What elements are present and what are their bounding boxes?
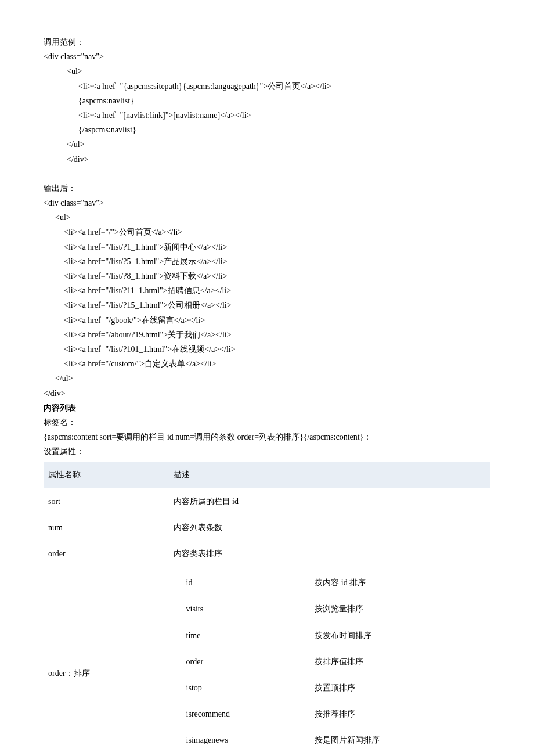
code-line: <li><a href="/">公司首页</a></li> xyxy=(44,225,490,239)
order-key: order xyxy=(169,649,298,675)
order-label: order：排序 xyxy=(44,567,169,756)
code-line: <li><a href="/list/?8_1.html">资料下载</a></… xyxy=(44,269,490,283)
order-sub-table: id 按内容 id 排序 visits 按浏览量排序 time 按发布时间排序 … xyxy=(169,570,490,756)
code-line: <li><a href="/gbook/">在线留言</a></li> xyxy=(44,313,490,327)
code-line: <li><a href="[navlist:link]">[navlist:na… xyxy=(44,108,490,123)
code-line: </div> xyxy=(44,386,490,401)
tag-label: 标签名： xyxy=(44,415,490,430)
code-line: <li><a href="/about/?19.html">关于我们</a></… xyxy=(44,327,490,342)
header-col2: 描述 xyxy=(169,462,490,488)
attributes-table: 属性名称 描述 sort 内容所属的栏目 id num 内容列表条数 order… xyxy=(44,462,490,756)
order-key: time xyxy=(169,622,298,649)
order-values-cell: id 按内容 id 排序 visits 按浏览量排序 time 按发布时间排序 … xyxy=(169,567,490,756)
order-desc: 按特别推荐排序 xyxy=(297,754,490,757)
sub-row: isfeatured 按特别推荐排序 xyxy=(169,754,490,757)
order-key: isfeatured xyxy=(169,754,298,757)
code-line: <div class="nav"> xyxy=(44,196,490,210)
code-line: <ul> xyxy=(44,210,490,225)
example-title: 调用范例： xyxy=(44,35,490,49)
order-desc: 按浏览量排序 xyxy=(297,596,490,622)
sub-row: order 按排序值排序 xyxy=(169,649,490,675)
order-desc: 按排序值排序 xyxy=(297,649,490,675)
attr-name: sort xyxy=(44,488,169,514)
code-line: <li><a href="/list/?5_1.html">产品展示</a></… xyxy=(44,254,490,269)
attr-desc: 内容所属的栏目 id xyxy=(169,488,490,514)
sub-row: id 按内容 id 排序 xyxy=(169,570,490,596)
order-key: visits xyxy=(169,596,298,622)
header-col1: 属性名称 xyxy=(44,462,169,488)
attr-desc: 内容类表排序 xyxy=(169,541,490,567)
attr-name: order xyxy=(44,541,169,567)
code-line: <div class="nav"> xyxy=(44,49,490,64)
table-row: order 内容类表排序 xyxy=(44,541,490,567)
code-line: {aspcms:navlist} xyxy=(44,93,490,108)
table-row: sort 内容所属的栏目 id xyxy=(44,488,490,514)
code-line: <ul> xyxy=(44,64,490,78)
tag-content: {aspcms:content sort=要调用的栏目 id num=调用的条数… xyxy=(44,430,490,444)
order-desc: 按内容 id 排序 xyxy=(297,570,490,596)
code-line: </ul> xyxy=(44,137,490,152)
attr-label: 设置属性： xyxy=(44,444,490,459)
sub-row: visits 按浏览量排序 xyxy=(169,596,490,622)
order-key: istop xyxy=(169,675,298,701)
code-line: </div> xyxy=(44,152,490,167)
table-row: num 内容列表条数 xyxy=(44,514,490,541)
order-desc: 按推荐排序 xyxy=(297,701,490,727)
code-line: <li><a href="/list/?15_1.html">公司相册</a><… xyxy=(44,298,490,312)
table-header-row: 属性名称 描述 xyxy=(44,462,490,488)
section-heading: 内容列表 xyxy=(44,401,490,415)
code-line: </ul> xyxy=(44,371,490,386)
sub-row: time 按发布时间排序 xyxy=(169,622,490,649)
code-line: <li><a href="/list/?101_1.html">在线视频</a>… xyxy=(44,342,490,357)
attr-desc: 内容列表条数 xyxy=(169,514,490,541)
content-list-section: 内容列表 标签名： {aspcms:content sort=要调用的栏目 id… xyxy=(44,401,490,459)
order-key: isrecommend xyxy=(169,701,298,727)
order-desc: 按是图片新闻排序 xyxy=(297,727,490,753)
attr-name: num xyxy=(44,514,169,541)
code-line: {/aspcms:navlist} xyxy=(44,123,490,137)
code-line: <li><a href="/list/?1_1.html">新闻中心</a></… xyxy=(44,240,490,254)
table-row-order: order：排序 id 按内容 id 排序 visits 按浏览量排序 time… xyxy=(44,567,490,756)
sub-row: isimagenews 按是图片新闻排序 xyxy=(169,727,490,753)
code-line: <li><a href="{aspcms:sitepath}{aspcms:la… xyxy=(44,79,490,93)
order-key: id xyxy=(169,570,298,596)
output-title: 输出后： xyxy=(44,181,490,196)
output-section: 输出后： <div class="nav"> <ul> <li><a href=… xyxy=(44,181,490,401)
code-line: <li><a href="/list/?11_1.html">招聘信息</a><… xyxy=(44,283,490,298)
order-desc: 按发布时间排序 xyxy=(297,622,490,649)
sub-row: istop 按置顶排序 xyxy=(169,675,490,701)
example-section: 调用范例： <div class="nav"> <ul> <li><a href… xyxy=(44,35,490,167)
sub-row: isrecommend 按推荐排序 xyxy=(169,701,490,727)
code-line: <li><a href="/custom/">自定义表单</a></li> xyxy=(44,357,490,371)
order-key: isimagenews xyxy=(169,727,298,753)
order-desc: 按置顶排序 xyxy=(297,675,490,701)
